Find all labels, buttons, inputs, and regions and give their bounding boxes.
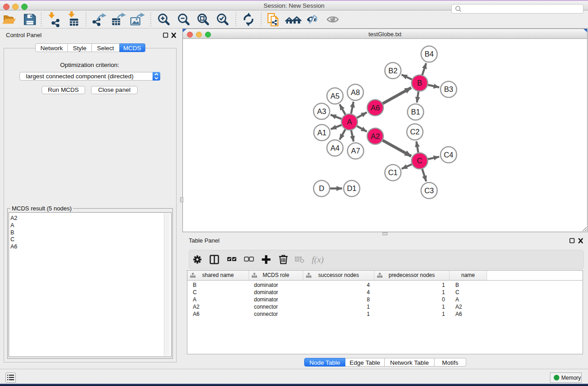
svg-text:D1: D1: [347, 184, 356, 192]
svg-text:A8: A8: [351, 88, 360, 96]
svg-text:C2: C2: [410, 128, 420, 136]
svg-text:C1: C1: [388, 168, 397, 176]
svg-text:A5: A5: [330, 92, 339, 100]
svg-text:A7: A7: [351, 147, 360, 155]
svg-text:A4: A4: [330, 144, 339, 152]
svg-text:B4: B4: [425, 50, 434, 58]
svg-text:A2: A2: [371, 132, 380, 140]
svg-text:B2: B2: [388, 67, 397, 75]
svg-text:f(x): f(x): [312, 255, 324, 265]
svg-text:A1: A1: [317, 129, 326, 137]
svg-text:C4: C4: [444, 151, 453, 159]
svg-text:A3: A3: [317, 107, 326, 115]
svg-text:A6: A6: [371, 104, 380, 112]
svg-text:B1: B1: [411, 108, 420, 116]
svg-text:B3: B3: [444, 85, 453, 93]
svg-text:C3: C3: [424, 186, 434, 195]
svg-text:A: A: [347, 118, 352, 126]
svg-text:C: C: [417, 157, 422, 165]
svg-text:D: D: [319, 184, 325, 192]
svg-text:B: B: [417, 79, 422, 87]
